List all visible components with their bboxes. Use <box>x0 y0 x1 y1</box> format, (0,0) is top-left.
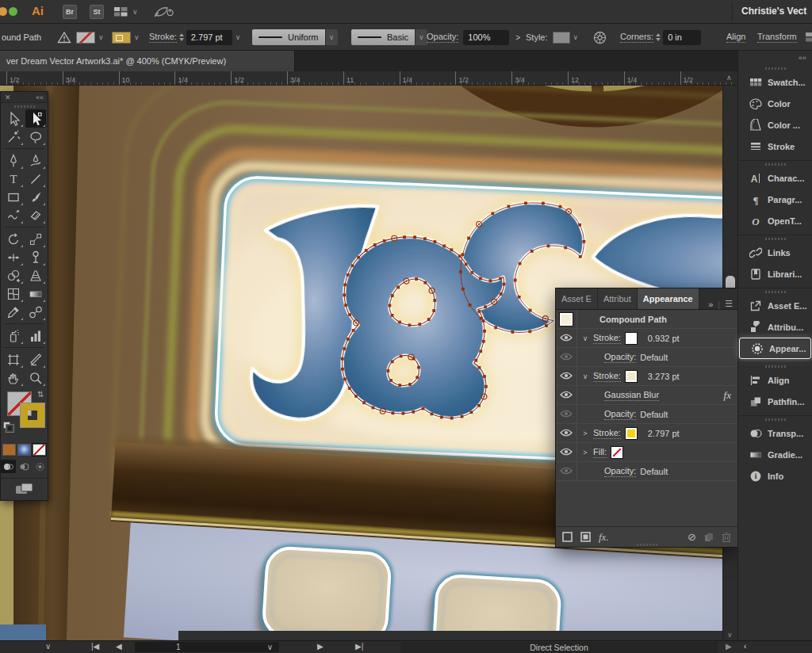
panel-menu-icon[interactable]: ☰ <box>725 299 733 309</box>
panel-resize-grip[interactable] <box>637 541 657 548</box>
stroke-width-chevron-icon[interactable]: ∨ <box>236 33 241 41</box>
curvature-tool[interactable] <box>25 151 46 170</box>
gradient-button[interactable] <box>17 444 31 456</box>
appearance-row-sub[interactable]: Opacity:Default <box>556 405 737 424</box>
blend-tool[interactable] <box>25 303 46 321</box>
rectangle-tool[interactable] <box>3 188 24 206</box>
clear-appearance-button[interactable]: ⊘ <box>688 531 696 543</box>
slice-tool[interactable] <box>25 350 46 369</box>
dock-item-opentype[interactable]: OOpenT... <box>738 210 812 231</box>
workspace-chevron-icon[interactable]: ∨ <box>132 8 138 16</box>
previous-artboard-button[interactable]: ◀ <box>116 642 122 651</box>
eyedropper-tool[interactable] <box>3 303 24 321</box>
color-swatch[interactable] <box>626 371 637 382</box>
expand-chevron-icon[interactable]: > <box>577 449 593 456</box>
shape-builder-tool[interactable] <box>3 266 24 284</box>
eraser-tool[interactable] <box>25 206 46 224</box>
last-artboard-button[interactable]: ▶| <box>355 642 363 651</box>
dock-item-attributes[interactable]: Attribu... <box>738 316 812 338</box>
direct-selection-tool[interactable] <box>25 109 46 128</box>
variable-width-dropdown[interactable]: Uniform ∨ <box>252 24 338 51</box>
expand-chevron-icon[interactable]: ∨ <box>577 372 593 380</box>
dock-collapse-icon[interactable]: «« <box>738 51 812 65</box>
panel-dock-icon[interactable] <box>806 24 812 51</box>
panel-grip[interactable] <box>1 103 48 109</box>
tab-appearance[interactable]: Appearance <box>638 288 699 309</box>
status-readout[interactable]: Direct Selection <box>400 642 718 653</box>
zoom-tool[interactable] <box>25 369 46 387</box>
swap-fill-stroke-icon[interactable]: ⇅ <box>37 390 44 399</box>
add-new-stroke-button[interactable] <box>562 532 573 542</box>
shaper-tool[interactable] <box>3 206 24 224</box>
dock-item-libraries[interactable]: Librari... <box>738 263 812 284</box>
corners-label[interactable]: Corners: <box>620 32 653 43</box>
scrollbar-up-icon[interactable]: ∧ <box>726 74 732 82</box>
dock-item-color[interactable]: Color <box>738 93 812 114</box>
draw-normal-button[interactable] <box>1 460 16 473</box>
opacity-field[interactable]: 100% <box>463 30 509 45</box>
color-button[interactable] <box>2 444 16 456</box>
dock-item-asset-export[interactable]: Asset E... <box>738 295 812 316</box>
appearance-row-stroke[interactable]: ∨Stroke:0.932 pt <box>556 329 737 348</box>
width-tool[interactable] <box>3 248 24 266</box>
draw-inside-button[interactable] <box>33 460 48 473</box>
dock-item-paragraph[interactable]: ¶Paragr... <box>738 189 812 210</box>
dock-item-pathfinder[interactable]: Pathfin... <box>738 391 812 412</box>
style-swatch[interactable] <box>553 32 570 44</box>
symbol-sprayer-tool[interactable] <box>3 326 24 345</box>
fill-proxy-swatch[interactable]: ∨ <box>112 24 140 51</box>
add-new-fill-button[interactable] <box>580 532 591 542</box>
stroke-color-swatch[interactable]: ∨ <box>76 24 104 51</box>
visibility-eye-icon[interactable] <box>560 410 573 419</box>
align-link[interactable]: Align <box>726 32 745 43</box>
dock-group-grip[interactable] <box>738 363 812 369</box>
none-button[interactable] <box>33 444 46 456</box>
dock-item-info[interactable]: iInfo <box>738 465 812 487</box>
gpu-performance-icon[interactable] <box>153 6 174 21</box>
lasso-tool[interactable] <box>25 128 46 146</box>
stroke-width-field[interactable]: 2.797 pt <box>186 30 232 45</box>
corners-field[interactable]: 0 in <box>663 30 701 45</box>
dock-group-grip[interactable] <box>738 235 812 242</box>
artboard-tool[interactable] <box>3 350 24 369</box>
visibility-eye-icon[interactable] <box>560 391 573 400</box>
expand-chevron-icon[interactable]: ∨ <box>577 334 593 342</box>
screen-mode-icon[interactable] <box>1 478 48 495</box>
document-tab[interactable]: ver Dream Vector Artwork3.ai* @ 400% (CM… <box>0 51 295 71</box>
color-swatch[interactable] <box>626 333 637 344</box>
dock-item-align[interactable]: Align <box>738 369 812 391</box>
opacity-more-button[interactable]: > <box>515 33 520 42</box>
visibility-eye-icon[interactable] <box>560 467 573 476</box>
line-segment-tool[interactable] <box>25 170 46 188</box>
close-icon[interactable]: ✕ <box>5 94 11 101</box>
opacity-link[interactable]: Opacity: <box>604 409 636 420</box>
dock-group-grip[interactable] <box>738 288 812 295</box>
scale-tool[interactable] <box>25 230 46 248</box>
appearance-row-effect[interactable]: Gaussian Blurfx <box>556 386 737 405</box>
appearance-row-header[interactable]: Compound Path <box>556 310 737 329</box>
first-artboard-button[interactable]: |◀ <box>91 642 99 651</box>
color-swatch[interactable] <box>611 447 622 458</box>
dock-item-swatches[interactable]: Swatch... <box>738 71 812 93</box>
recolor-artwork-icon[interactable] <box>593 24 607 51</box>
zoom-menu-chevron-icon[interactable]: ∨ <box>45 642 51 651</box>
appearance-row-sub[interactable]: Opacity:Default <box>556 348 737 367</box>
dock-item-color-guide[interactable]: Color ... <box>738 114 812 136</box>
appearance-row-sub[interactable]: Opacity:Default <box>556 462 737 481</box>
style-chevron-icon[interactable]: ∨ <box>573 33 579 41</box>
tab-asset-e[interactable]: Asset E <box>556 288 598 309</box>
dock-group-grip[interactable] <box>738 65 812 71</box>
color-swatch[interactable] <box>626 428 637 439</box>
appearance-row-stroke[interactable]: >Stroke:2.797 pt <box>556 424 737 443</box>
status-flyout-icon[interactable]: ▶ <box>726 642 732 651</box>
scrollbar-down-icon[interactable]: ∨ <box>727 631 733 639</box>
dock-item-links[interactable]: Links <box>738 242 812 263</box>
transform-link[interactable]: Transform <box>757 32 797 43</box>
default-fill-stroke-icon[interactable] <box>3 422 14 433</box>
dock-item-character[interactable]: ACharac... <box>738 167 812 189</box>
dock-item-stroke[interactable]: Stroke <box>738 136 812 157</box>
brush-dropdown[interactable]: Basic ∨ <box>351 24 427 51</box>
window-zoom-light[interactable] <box>9 7 17 16</box>
corners-stepper[interactable] <box>656 33 661 41</box>
pen-tool[interactable] <box>3 151 24 170</box>
